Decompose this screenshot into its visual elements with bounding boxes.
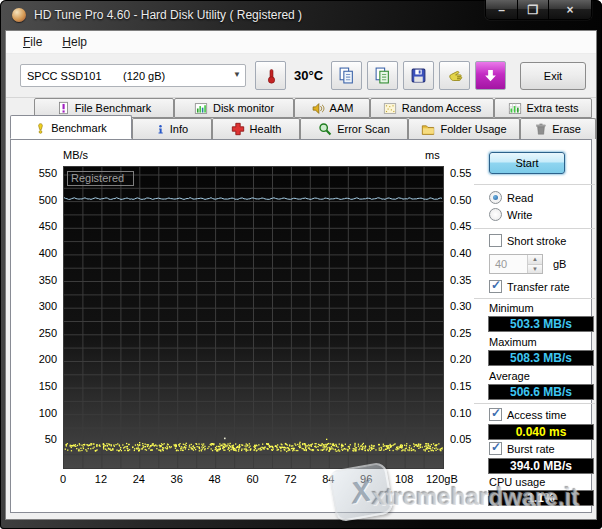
x-tick-label: 84: [310, 473, 346, 485]
tab-label: Disk monitor: [213, 102, 274, 114]
disk-monitor-icon: [194, 102, 208, 115]
tab-error-scan[interactable]: Error Scan: [300, 118, 408, 139]
client-area: File Help SPCC SSD101 (120 gB) ▼ 30°C: [5, 30, 597, 520]
y-left-tick-label: 400: [23, 247, 57, 259]
tab-label: Extra tests: [527, 102, 579, 114]
minimum-value: 503.3 MB/s: [488, 316, 594, 332]
short-stroke-value: 40: [490, 255, 527, 273]
y-right-tick-label: 0.15: [450, 380, 471, 392]
close-button[interactable]: ×: [548, 0, 591, 19]
tab-label: AAM: [330, 102, 354, 114]
tab-label: Info: [170, 123, 188, 135]
cpu-usage-value: 1.1%: [488, 490, 594, 506]
copy-text-button[interactable]: [331, 61, 362, 90]
tab-label: Benchmark: [51, 122, 107, 134]
y-right-tick-label: 0.50: [450, 194, 471, 206]
y-right-tick-label: 0.10: [450, 407, 471, 419]
tab-label: Health: [250, 123, 282, 135]
start-button[interactable]: Start: [489, 152, 565, 174]
spin-up-icon[interactable]: ▲: [528, 255, 542, 265]
minimize-button[interactable]: –: [486, 0, 517, 19]
read-radio[interactable]: [489, 191, 502, 204]
update-button[interactable]: [475, 61, 506, 90]
temperature-value: 30°C: [294, 68, 323, 83]
tab-health[interactable]: Health: [212, 118, 300, 139]
save-icon: [410, 67, 427, 84]
tab-erase[interactable]: Erase: [520, 118, 596, 139]
average-value: 506.6 MB/s: [488, 384, 594, 400]
benchmark-icon: [35, 121, 46, 136]
window-title: HD Tune Pro 4.60 - Hard Disk Utility ( R…: [34, 8, 302, 22]
y-left-tick-label: 350: [23, 274, 57, 286]
tab-folder-usage[interactable]: Folder Usage: [408, 118, 520, 139]
tab-extra-tests[interactable]: Extra tests: [494, 98, 592, 118]
average-label: Average: [489, 370, 530, 382]
tab-label: File Benchmark: [75, 102, 151, 114]
y-left-tick-label: 550: [23, 167, 57, 179]
speaker-icon: [311, 102, 325, 115]
write-radio[interactable]: [489, 208, 502, 221]
drive-selector[interactable]: SPCC SSD101 (120 gB) ▼: [20, 64, 246, 87]
window-controls: – ❐ ×: [485, 0, 592, 20]
read-radio-row[interactable]: Read: [489, 191, 533, 204]
short-stroke-spinner[interactable]: 40 ▲▼: [489, 254, 543, 274]
short-stroke-checkbox[interactable]: [489, 234, 502, 247]
copy-image-button[interactable]: [367, 61, 398, 90]
burst-rate-row[interactable]: Burst rate: [489, 442, 555, 455]
y-right-tick-label: 0.45: [450, 220, 471, 232]
write-radio-row[interactable]: Write: [489, 208, 532, 221]
access-time-row[interactable]: Access time: [489, 408, 566, 421]
hand-icon: [446, 67, 464, 85]
menu-bar: File Help: [6, 31, 596, 54]
options-button[interactable]: [439, 61, 470, 90]
app-icon: [12, 8, 26, 22]
random-access-icon: [383, 102, 397, 115]
tab-label: Erase: [552, 123, 581, 135]
y-right-tick-label: 0.20: [450, 353, 471, 365]
cpu-usage-label: CPU usage: [489, 476, 545, 488]
menu-help[interactable]: Help: [53, 32, 96, 52]
y-left-tick-label: 500: [23, 194, 57, 206]
y-left-tick-label: 450: [23, 220, 57, 232]
x-tick-label: 120gB: [426, 473, 458, 485]
y-left-tick-label: 50: [23, 433, 57, 445]
tab-random-access[interactable]: Random Access: [370, 98, 494, 118]
tab-label: Folder Usage: [440, 123, 506, 135]
separator: [474, 298, 595, 299]
x-tick-label: 108: [386, 473, 422, 485]
x-tick-label: 24: [121, 473, 157, 485]
temperature-button[interactable]: [255, 61, 286, 90]
tab-label: Random Access: [402, 102, 481, 114]
save-button[interactable]: [403, 61, 434, 90]
burst-rate-checkbox[interactable]: [489, 442, 502, 455]
read-label: Read: [507, 192, 533, 204]
burst-rate-value: 394.0 MB/s: [488, 458, 594, 474]
spin-down-icon[interactable]: ▼: [528, 265, 542, 274]
copy-icon: [338, 67, 355, 84]
menu-file[interactable]: File: [14, 32, 51, 52]
separator: [474, 403, 595, 404]
short-stroke-row[interactable]: Short stroke: [489, 234, 566, 247]
transfer-rate-row[interactable]: Transfer rate: [489, 280, 570, 293]
tab-info[interactable]: Info: [132, 118, 212, 139]
down-arrow-icon: [483, 68, 498, 83]
short-stroke-label: Short stroke: [507, 235, 566, 247]
exit-button[interactable]: Exit: [520, 62, 586, 90]
access-time-checkbox[interactable]: [489, 408, 502, 421]
toolbar: SPCC SSD101 (120 gB) ▼ 30°C: [6, 54, 596, 98]
tab-aam[interactable]: AAM: [294, 98, 370, 118]
spinner-arrows[interactable]: ▲▼: [527, 255, 542, 273]
benchmark-chart: [63, 166, 444, 469]
title-bar[interactable]: HD Tune Pro 4.60 - Hard Disk Utility ( R…: [0, 0, 602, 30]
transfer-rate-checkbox[interactable]: [489, 280, 502, 293]
x-tick-label: 60: [235, 473, 271, 485]
maximize-button[interactable]: ❐: [517, 0, 548, 19]
chevron-down-icon: ▼: [233, 70, 241, 79]
drive-name: SPCC SSD101: [27, 70, 102, 82]
tab-disk-monitor[interactable]: Disk monitor: [174, 98, 294, 118]
registered-overlay: Registered: [67, 171, 134, 186]
extra-tests-icon: [508, 102, 522, 115]
tab-benchmark[interactable]: Benchmark: [10, 115, 132, 139]
y-left-tick-label: 300: [23, 300, 57, 312]
y-left-tick-label: 100: [23, 407, 57, 419]
